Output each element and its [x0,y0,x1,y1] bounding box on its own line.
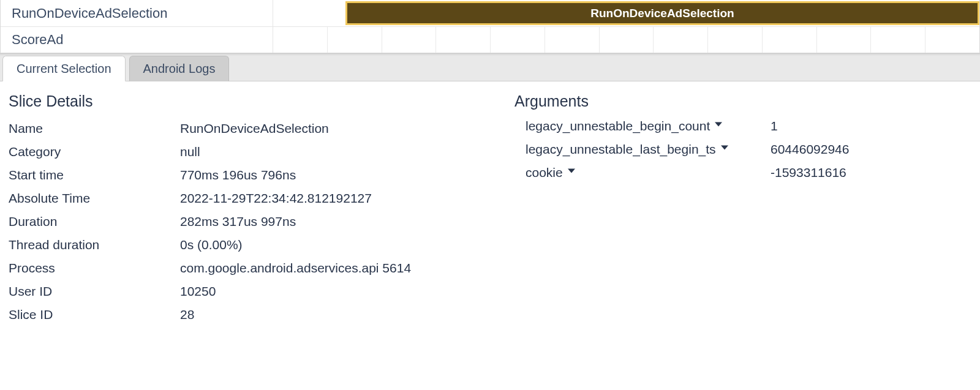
slice-arguments: Arguments legacy_unnestable_begin_count … [514,92,971,322]
chevron-down-icon [715,122,723,130]
detail-key-slice-id: Slice ID [9,307,180,322]
detail-key-duration: Duration [9,214,180,229]
arg-key-text: legacy_unnestable_last_begin_ts [526,142,716,157]
detail-key-process: Process [9,261,180,276]
track-label-text: ScoreAd [12,32,63,48]
detail-key-thread-duration: Thread duration [9,238,180,252]
track-canvas[interactable]: RunOnDeviceAdSelection [273,0,979,26]
chevron-down-icon [721,145,729,154]
chevron-down-icon [568,168,576,177]
detail-val-duration: 282ms 317us 997ns [180,214,466,229]
detail-key-absolute-time: Absolute Time [9,191,180,206]
arg-key-legacy-begin-count[interactable]: legacy_unnestable_begin_count [526,119,771,133]
tab-android-logs[interactable]: Android Logs [129,56,230,81]
tab-current-selection[interactable]: Current Selection [2,56,126,81]
trace-slice-runondeviceadselection[interactable]: RunOnDeviceAdSelection [345,1,979,25]
arguments-heading: Arguments [514,92,971,110]
detail-val-user-id: 10250 [180,284,466,299]
detail-val-category: null [180,144,466,159]
grid-lines [273,27,979,53]
track-label[interactable]: ScoreAd [1,27,273,53]
detail-key-start-time: Start time [9,168,180,182]
slice-details-table: Name RunOnDeviceAdSelection Category nul… [9,121,466,322]
detail-val-slice-id: 28 [180,307,466,322]
tab-label: Current Selection [17,62,111,75]
slice-details-panel: Slice Details Name RunOnDeviceAdSelectio… [0,81,980,340]
arg-key-legacy-last-begin-ts[interactable]: legacy_unnestable_last_begin_ts [526,142,771,157]
tab-label: Android Logs [143,62,216,75]
arg-key-cookie[interactable]: cookie [526,165,771,180]
slice-details-left: Slice Details Name RunOnDeviceAdSelectio… [9,92,466,322]
detail-val-absolute-time: 2022-11-29T22:34:42.812192127 [180,191,466,206]
arguments-table: legacy_unnestable_begin_count 1 legacy_u… [526,119,971,180]
trace-slice-label: RunOnDeviceAdSelection [590,7,734,20]
detail-key-name: Name [9,121,180,136]
detail-val-name: RunOnDeviceAdSelection [180,121,466,136]
arg-val-legacy-begin-count: 1 [771,119,971,133]
arg-key-text: cookie [526,165,563,180]
track-row-runondeviceadselection: RunOnDeviceAdSelection RunOnDeviceAdSele… [1,0,979,26]
detail-key-category: Category [9,144,180,159]
details-tabstrip: Current Selection Android Logs [0,53,980,81]
track-label-text: RunOnDeviceAdSelection [12,6,167,21]
track-canvas[interactable] [273,27,979,53]
track-label[interactable]: RunOnDeviceAdSelection [1,0,273,26]
arg-key-text: legacy_unnestable_begin_count [526,119,710,133]
detail-val-thread-duration: 0s (0.00%) [180,238,466,252]
detail-val-process: com.google.android.adservices.api 5614 [180,261,466,276]
arg-val-cookie: -1593311616 [771,165,971,180]
arg-val-legacy-last-begin-ts: 60446092946 [771,142,971,157]
track-row-scoread: ScoreAd [1,26,979,53]
trace-tracks: RunOnDeviceAdSelection RunOnDeviceAdSele… [0,0,980,53]
detail-key-user-id: User ID [9,284,180,299]
slice-details-heading: Slice Details [9,92,466,110]
detail-val-start-time: 770ms 196us 796ns [180,168,466,182]
